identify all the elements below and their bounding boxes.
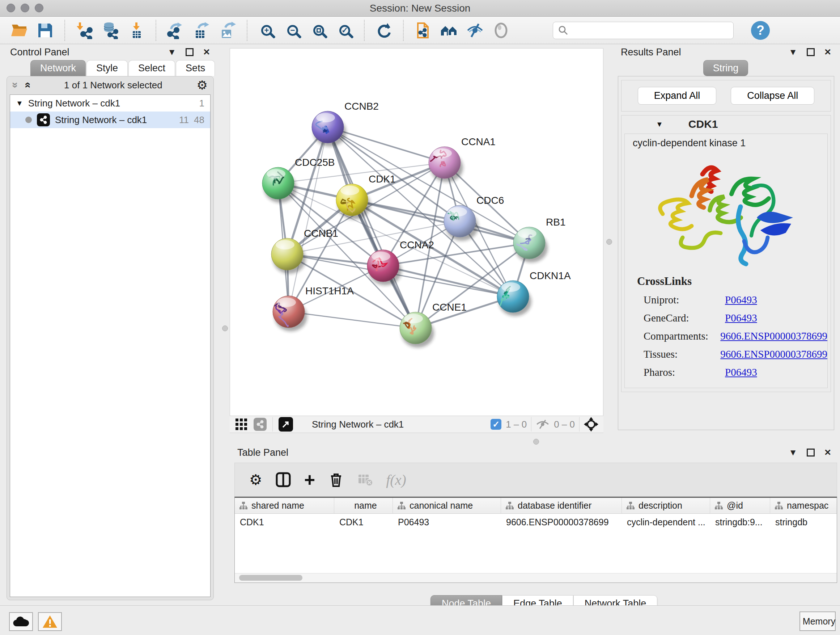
- network-edge: [289, 312, 416, 328]
- open-session-button[interactable]: [9, 20, 30, 41]
- birds-eye-grid-icon[interactable]: [235, 418, 248, 431]
- crosslink-value-link[interactable]: 9606.ENSP00000378699: [720, 330, 827, 342]
- column-header-name[interactable]: name: [334, 498, 393, 513]
- zoom-selected-button[interactable]: ✓: [334, 20, 355, 41]
- column-header-description[interactable]: description: [622, 498, 710, 513]
- maximize-window-button[interactable]: [35, 4, 43, 12]
- network-badge-icon[interactable]: [254, 418, 267, 431]
- network-canvas[interactable]: CCNB2CCNA1CDC25BCDK1CDC6RB1CCNB1CCNA2CDK…: [230, 48, 603, 416]
- column-header-id[interactable]: @id: [710, 498, 770, 513]
- import-table-button[interactable]: [126, 20, 147, 41]
- search-icon: [558, 25, 568, 35]
- hide-selection-button[interactable]: [464, 20, 485, 41]
- panel-close-button[interactable]: ✕: [824, 47, 831, 57]
- refresh-button[interactable]: [373, 20, 394, 41]
- cloud-status-button[interactable]: [9, 612, 33, 631]
- panel-maximize-button[interactable]: [807, 448, 815, 456]
- collapse-all-networks-icon[interactable]: »: [9, 82, 22, 88]
- hidden-eye-icon[interactable]: [536, 419, 549, 430]
- expand-all-button[interactable]: Expand All: [638, 87, 717, 105]
- panel-float-button[interactable]: ▼: [789, 47, 797, 57]
- expand-all-networks-icon[interactable]: »: [21, 82, 33, 88]
- panel-float-button[interactable]: ▼: [167, 47, 176, 57]
- horizontal-scrollbar[interactable]: [235, 573, 837, 583]
- navigator-crosshair-icon[interactable]: [584, 417, 598, 432]
- network-selection-status: 1 of 1 Network selected: [30, 80, 196, 91]
- network-node-CCNE1[interactable]: CCNE1: [400, 302, 467, 348]
- column-header-database-identifier[interactable]: database identifier: [501, 498, 622, 513]
- zoom-fit-button[interactable]: [308, 20, 329, 41]
- bottom-splitter-handle[interactable]: [533, 439, 539, 445]
- open-in-window-button[interactable]: [279, 417, 293, 432]
- show-columns-icon[interactable]: [275, 472, 291, 488]
- right-splitter-handle[interactable]: [606, 239, 612, 245]
- crosslink-value-link[interactable]: P06493: [725, 366, 757, 378]
- network-node-HIST1H1A[interactable]: HIST1H1A: [273, 285, 354, 331]
- help-button[interactable]: ?: [751, 21, 770, 40]
- export-network-icon: [167, 22, 184, 39]
- network-node-RB1[interactable]: RB1: [513, 217, 565, 263]
- network-collection-row[interactable]: ▼ String Network – cdk1 1: [10, 95, 210, 111]
- crosslink-label: Pharos:: [644, 366, 725, 378]
- import-network-file-button[interactable]: [74, 20, 95, 41]
- import-network-database-button[interactable]: [100, 20, 121, 41]
- panel-maximize-button[interactable]: [807, 48, 815, 56]
- zoom-in-icon: +: [261, 25, 272, 36]
- search-field[interactable]: [553, 22, 734, 39]
- tab-network[interactable]: Network: [30, 60, 86, 76]
- network-row[interactable]: String Network – cdk1 11 48: [10, 111, 210, 128]
- export-network-button[interactable]: [165, 20, 186, 41]
- tab-select[interactable]: Select: [128, 60, 175, 76]
- node-label: CCNA2: [400, 239, 434, 250]
- close-window-button[interactable]: [6, 4, 15, 12]
- node-label: CDKN1A: [530, 270, 571, 281]
- panel-close-button[interactable]: ✕: [824, 448, 831, 458]
- network-options-gear-icon[interactable]: ⚙: [197, 78, 208, 92]
- network-view-title: String Network – cdk1: [312, 419, 404, 430]
- panel-maximize-button[interactable]: [186, 48, 194, 56]
- crosslink-value-link[interactable]: P06493: [725, 294, 757, 306]
- node-label: HIST1H1A: [305, 285, 354, 296]
- network-collection-label: String Network – cdk1: [28, 98, 194, 109]
- minimize-window-button[interactable]: [21, 4, 29, 12]
- delete-column-trash-icon[interactable]: [328, 472, 344, 488]
- network-status-bullet: [25, 117, 32, 123]
- collapse-all-button[interactable]: Collapse All: [731, 87, 814, 105]
- selected-nodes-checkbox[interactable]: ✓: [491, 419, 501, 430]
- network-node-CDC25B[interactable]: CDC25B: [262, 157, 335, 203]
- left-splitter-handle[interactable]: [222, 325, 228, 331]
- tree-expand-caret[interactable]: ▼: [16, 99, 23, 108]
- memory-button[interactable]: Memory: [799, 611, 836, 631]
- crosslink-value-link[interactable]: 9606.ENSP00000378699: [720, 348, 827, 360]
- save-session-button[interactable]: [35, 20, 56, 41]
- window-title: Session: New Session: [0, 0, 840, 17]
- home-button[interactable]: [439, 20, 459, 41]
- table-options-gear-icon[interactable]: ⚙: [249, 471, 262, 488]
- search-input[interactable]: [572, 25, 728, 36]
- warning-status-button[interactable]: [38, 612, 62, 631]
- panel-close-button[interactable]: ✕: [203, 47, 210, 57]
- main-toolbar: + − ✓ ?: [0, 17, 840, 44]
- zoom-in-button[interactable]: +: [256, 20, 277, 41]
- table-row[interactable]: CDK1 CDK1 P06493 9606.ENSP00000378699 cy…: [235, 514, 837, 530]
- tab-string[interactable]: String: [703, 60, 748, 76]
- tab-sets[interactable]: Sets: [176, 60, 215, 76]
- column-header-shared-name[interactable]: shared name: [235, 498, 334, 513]
- scrollbar-thumb[interactable]: [239, 575, 302, 581]
- show-preview-button[interactable]: [491, 20, 512, 41]
- column-header-namespace[interactable]: namespac: [770, 498, 837, 513]
- network-document-button[interactable]: [412, 20, 433, 41]
- export-table-button[interactable]: [191, 20, 212, 41]
- network-node-CCNA1[interactable]: CCNA1: [429, 136, 496, 182]
- zoom-out-button[interactable]: −: [282, 20, 303, 41]
- tab-style[interactable]: Style: [87, 60, 128, 76]
- crosslink-value-link[interactable]: P06493: [725, 312, 757, 324]
- export-image-button[interactable]: [217, 20, 238, 41]
- protein-expand-caret[interactable]: ▼: [656, 120, 663, 128]
- crosslink-row: Pharos: P06493: [625, 366, 827, 378]
- status-bar: Memory: [0, 605, 840, 635]
- add-column-icon[interactable]: +: [304, 469, 315, 491]
- network-node-CDKN1A[interactable]: CDKN1A: [497, 270, 571, 316]
- column-header-canonical-name[interactable]: canonical name: [393, 498, 501, 513]
- panel-float-button[interactable]: ▼: [789, 448, 797, 458]
